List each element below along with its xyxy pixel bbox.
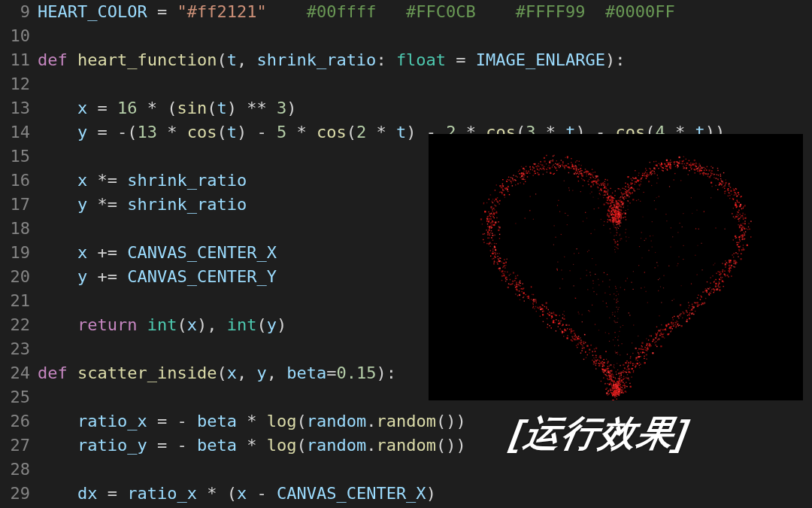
svg-rect-1279 (565, 330, 565, 330)
svg-rect-2361 (626, 241, 627, 242)
svg-rect-2041 (617, 386, 618, 387)
code-line[interactable] (38, 72, 812, 96)
svg-rect-1236 (605, 190, 607, 192)
svg-rect-2379 (615, 312, 616, 312)
svg-rect-2480 (655, 252, 656, 253)
svg-rect-1026 (732, 254, 733, 255)
svg-rect-813 (521, 291, 522, 292)
svg-rect-1751 (575, 335, 576, 336)
svg-rect-1197 (611, 388, 611, 389)
svg-rect-8 (647, 174, 647, 175)
svg-rect-1735 (614, 391, 615, 391)
code-line[interactable]: def heart_function(t, shrink_ratio: floa… (38, 48, 812, 72)
svg-rect-2377 (614, 321, 615, 322)
svg-rect-1655 (604, 373, 604, 373)
svg-rect-146 (679, 315, 680, 315)
svg-rect-1824 (720, 273, 721, 274)
svg-rect-1051 (650, 169, 651, 169)
svg-rect-280 (611, 202, 612, 203)
svg-rect-1752 (492, 235, 492, 236)
svg-rect-2236 (568, 187, 569, 188)
code-line[interactable]: dx = ratio_x * (x - CANVAS_CENTER_X) (38, 482, 812, 506)
svg-rect-1462 (592, 175, 592, 176)
svg-rect-1169 (741, 254, 741, 254)
svg-rect-2385 (674, 299, 674, 300)
svg-rect-2170 (534, 170, 535, 172)
code-line[interactable] (38, 24, 812, 48)
svg-rect-2343 (656, 208, 656, 209)
svg-rect-1917 (511, 183, 512, 184)
svg-rect-2060 (618, 221, 620, 222)
svg-rect-1031 (580, 173, 580, 174)
svg-rect-663 (623, 188, 624, 189)
svg-rect-1861 (677, 166, 678, 166)
svg-rect-2043 (704, 168, 705, 169)
svg-rect-35 (743, 206, 744, 207)
svg-rect-1785 (580, 344, 581, 345)
svg-rect-1845 (487, 233, 488, 233)
svg-rect-1998 (491, 224, 492, 225)
svg-rect-467 (718, 175, 719, 175)
svg-rect-975 (588, 181, 589, 181)
svg-rect-2221 (617, 224, 618, 224)
svg-rect-1578 (514, 179, 515, 180)
svg-rect-2406 (614, 345, 615, 346)
svg-rect-1522 (658, 178, 659, 178)
svg-rect-2350 (599, 190, 600, 191)
code-line[interactable]: HEART_COLOR = "#ff2121" #00ffff #FFC0CB … (38, 0, 812, 24)
code-line[interactable]: x = 16 * (sin(t) ** 3) (38, 96, 812, 120)
svg-rect-393 (532, 166, 533, 167)
svg-rect-1829 (537, 307, 538, 309)
svg-rect-347 (624, 378, 625, 379)
svg-rect-1137 (574, 336, 574, 336)
svg-rect-2330 (652, 247, 653, 248)
svg-rect-1511 (661, 333, 662, 333)
code-line[interactable]: ratio_y = - beta * log(random.random()) (38, 433, 812, 458)
svg-rect-1693 (622, 204, 623, 205)
svg-rect-1896 (619, 383, 620, 384)
code-line[interactable] (38, 458, 812, 482)
svg-rect-2044 (712, 173, 713, 174)
svg-rect-1377 (515, 287, 516, 287)
svg-rect-1148 (641, 342, 643, 344)
svg-rect-1136 (613, 224, 614, 224)
svg-rect-886 (496, 184, 497, 185)
svg-rect-1107 (683, 157, 684, 157)
svg-rect-1080 (636, 200, 637, 201)
line-number: 22 (0, 313, 38, 337)
svg-rect-1093 (483, 202, 484, 203)
svg-rect-1789 (665, 328, 666, 329)
svg-rect-1411 (544, 160, 546, 162)
svg-rect-810 (529, 167, 530, 168)
svg-rect-1738 (722, 263, 723, 263)
svg-rect-253 (645, 350, 646, 351)
svg-rect-954 (615, 209, 616, 210)
token-pun: ) (227, 99, 237, 117)
svg-rect-2334 (586, 270, 587, 271)
svg-rect-1151 (626, 370, 627, 370)
svg-rect-2227 (554, 225, 555, 226)
svg-rect-1948 (686, 167, 687, 169)
svg-rect-1386 (722, 187, 723, 187)
token-var: shrink_ratio (256, 50, 376, 69)
svg-rect-1722 (559, 163, 559, 163)
svg-rect-2109 (661, 324, 662, 325)
svg-rect-915 (725, 184, 726, 184)
svg-rect-1507 (734, 260, 735, 261)
svg-rect-2087 (601, 361, 602, 362)
token-pun: ()) (436, 412, 466, 430)
svg-rect-900 (716, 289, 717, 291)
svg-rect-1665 (526, 172, 526, 173)
svg-rect-792 (620, 196, 621, 197)
token-var: y (256, 364, 266, 382)
svg-rect-1426 (607, 394, 608, 395)
svg-rect-671 (612, 213, 613, 214)
svg-rect-1033 (577, 172, 577, 173)
svg-rect-1529 (495, 248, 495, 248)
svg-rect-2475 (614, 367, 614, 367)
svg-rect-1974 (729, 198, 730, 199)
svg-rect-689 (735, 217, 735, 218)
code-line[interactable]: ratio_x = - beta * log(random.random()) (38, 409, 812, 433)
svg-rect-1436 (656, 165, 656, 166)
svg-rect-1874 (741, 235, 741, 236)
